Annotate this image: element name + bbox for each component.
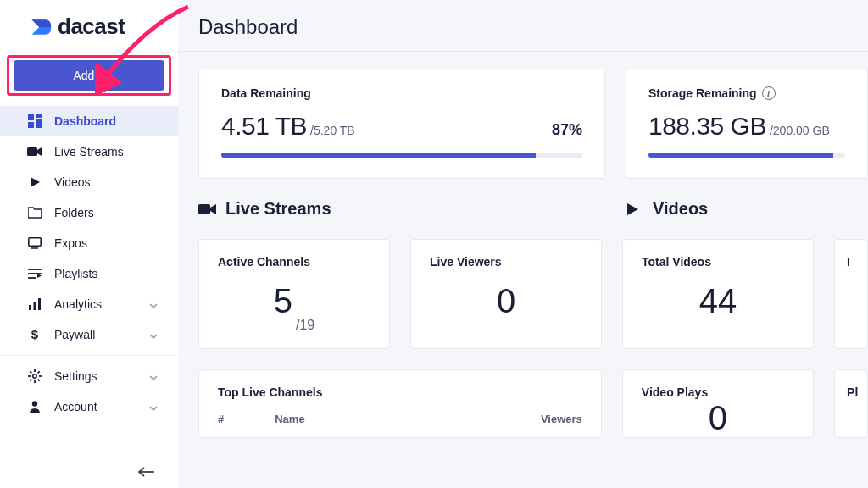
- gear-icon: [27, 369, 42, 384]
- svg-line-21: [38, 371, 40, 373]
- sidebar-item-settings[interactable]: Settings: [0, 361, 178, 391]
- sidebar-item-label: Dashboard: [54, 114, 116, 128]
- section-heading-live: Live Streams: [198, 199, 605, 219]
- svg-rect-12: [38, 298, 41, 310]
- live-viewers-value: 0: [497, 282, 515, 320]
- sidebar-item-label: Expos: [54, 236, 87, 250]
- sidebar-item-label: Folders: [54, 206, 94, 219]
- user-icon: [27, 399, 42, 414]
- storage-remaining-card: Storage Remaining i 188.35 GB /200.00 GB: [626, 69, 868, 179]
- card-label: Live Viewers: [430, 255, 582, 269]
- storage-remaining-value: 188.35 GB: [648, 112, 766, 141]
- chevron-down-icon: [149, 369, 158, 383]
- sidebar-item-label: Live Streams: [54, 145, 124, 158]
- sidebar-item-analytics[interactable]: Analytics: [0, 289, 178, 319]
- chevron-down-icon: [149, 400, 158, 413]
- page-title: Dashboard: [178, 0, 868, 52]
- sidebar-item-expos[interactable]: Expos: [0, 228, 178, 258]
- info-icon[interactable]: i: [762, 86, 776, 100]
- col-name: Name: [275, 413, 304, 425]
- dollar-icon: $: [27, 327, 42, 342]
- sidebar-item-label: Playlists: [54, 267, 97, 280]
- data-progress-bar: [221, 152, 582, 158]
- active-channels-total: /19: [296, 318, 314, 333]
- camera-icon: [198, 200, 217, 219]
- sidebar-item-label: Account: [54, 400, 97, 413]
- total-videos-value: 44: [699, 282, 737, 320]
- active-channels-card: Active Channels 5 /19: [198, 239, 390, 349]
- brand-name: dacast: [58, 14, 125, 40]
- collapse-sidebar-button[interactable]: [137, 462, 154, 481]
- analytics-icon: [27, 297, 42, 312]
- total-videos-card: Total Videos 44: [622, 239, 814, 349]
- playlist-icon: [27, 266, 42, 281]
- sidebar-item-playlists[interactable]: Playlists: [0, 258, 178, 289]
- svg-line-19: [30, 371, 31, 373]
- data-remaining-card: Data Remaining 4.51 TB /5.20 TB 87%: [198, 69, 605, 179]
- chevron-down-icon: [149, 328, 158, 341]
- video-plays-value: 0: [709, 399, 727, 437]
- svg-line-22: [30, 380, 31, 381]
- brand-logo: dacast: [0, 10, 178, 48]
- card-label: Top Live Channels: [218, 385, 582, 399]
- col-viewers: Viewers: [541, 413, 582, 425]
- col-number: #: [218, 413, 224, 425]
- section-heading-videos: Videos: [626, 199, 708, 219]
- card-label: Video Plays: [642, 385, 794, 399]
- card-label: Data Remaining: [221, 86, 582, 100]
- chevron-down-icon: [149, 297, 158, 311]
- main-content: Dashboard Data Remaining 4.51 TB /5.20 T…: [178, 0, 868, 488]
- svg-rect-11: [34, 302, 36, 310]
- monitor-icon: [27, 236, 42, 251]
- svg-line-20: [38, 380, 40, 381]
- sidebar-item-account[interactable]: Account: [0, 391, 178, 422]
- svg-rect-4: [27, 147, 37, 156]
- table-header: # Name Viewers: [218, 413, 582, 425]
- data-remaining-percent: 87%: [552, 121, 582, 139]
- svg-rect-10: [29, 305, 31, 310]
- svg-rect-2: [36, 119, 42, 128]
- nav-divider: [0, 355, 178, 356]
- impressions-card-partial: I: [834, 239, 868, 349]
- svg-point-23: [32, 401, 37, 406]
- sidebar-item-videos[interactable]: Videos: [0, 167, 178, 197]
- svg-rect-0: [28, 114, 34, 120]
- sidebar: dacast Add + Dashboard Live Streams: [0, 0, 178, 488]
- card-partial: Pl: [834, 369, 868, 438]
- active-channels-value: 5: [274, 282, 292, 320]
- sidebar-item-label: Paywall: [54, 328, 95, 341]
- video-plays-card: Video Plays 0: [622, 369, 814, 438]
- dashboard-icon: [27, 114, 42, 129]
- data-remaining-total: /5.20 TB: [310, 124, 355, 137]
- svg-rect-25: [198, 204, 210, 214]
- play-icon: [626, 200, 644, 219]
- live-viewers-card: Live Viewers 0: [410, 239, 602, 349]
- card-label: Storage Remaining: [648, 86, 757, 100]
- svg-text:$: $: [31, 328, 39, 341]
- svg-point-14: [33, 374, 36, 378]
- sidebar-nav: Dashboard Live Streams Videos Folders: [0, 106, 178, 429]
- svg-rect-3: [28, 122, 34, 128]
- sidebar-item-live-streams[interactable]: Live Streams: [0, 136, 178, 167]
- play-icon: [27, 175, 42, 190]
- card-label: I: [847, 255, 849, 269]
- storage-progress-bar: [648, 152, 845, 158]
- svg-rect-1: [36, 114, 42, 118]
- brand-mark-icon: [29, 15, 53, 39]
- sidebar-item-label: Analytics: [54, 297, 102, 311]
- card-label: Total Videos: [642, 255, 794, 269]
- sidebar-item-dashboard[interactable]: Dashboard: [0, 106, 178, 136]
- storage-remaining-total: /200.00 GB: [770, 124, 830, 137]
- sidebar-item-paywall[interactable]: $ Paywall: [0, 319, 178, 350]
- top-live-channels-card: Top Live Channels # Name Viewers: [198, 369, 602, 438]
- data-remaining-value: 4.51 TB: [221, 112, 307, 141]
- sidebar-item-label: Videos: [54, 175, 91, 189]
- sidebar-item-label: Settings: [54, 369, 97, 383]
- sidebar-item-folders[interactable]: Folders: [0, 197, 178, 228]
- add-button[interactable]: Add +: [14, 60, 164, 91]
- svg-rect-5: [29, 238, 41, 246]
- camera-icon: [27, 144, 42, 159]
- folder-icon: [27, 205, 42, 220]
- card-label: Active Channels: [218, 255, 370, 269]
